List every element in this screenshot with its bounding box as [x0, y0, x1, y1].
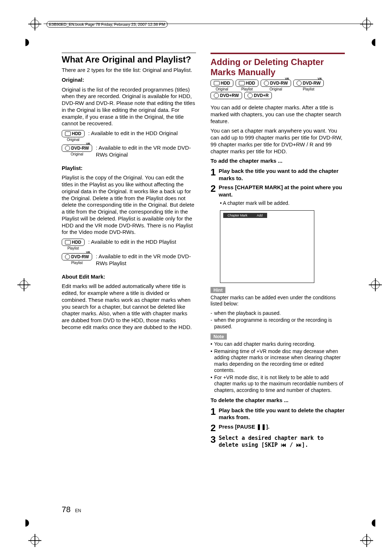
- step-1-delete: 1 Play back the title you want to delete…: [211, 407, 345, 421]
- hdd-playlist-text: : Available to edit in the HDD Playlist: [88, 239, 196, 246]
- hdd-badge: HDD: [211, 80, 233, 87]
- vr-label: VR: [318, 77, 322, 80]
- hdd-badge: HDD: [236, 80, 258, 87]
- disc-badge-row-1: HDD Original HDD Playlist VR DVD-RW Orig…: [211, 80, 345, 91]
- step-3-delete: 3 Select a desired chapter mark to delet…: [211, 435, 345, 449]
- step-text: Press [CHAPTER MARK] at the point where …: [219, 184, 345, 198]
- page-lang: EN: [75, 508, 81, 513]
- registration-mark-ml: [17, 278, 30, 291]
- left-title: What Are Original and Playlist?: [62, 54, 196, 65]
- badge-row-dvdrw-original: VR DVD-RW Original : Available to edit i…: [62, 145, 196, 158]
- vr-label: VR: [86, 142, 90, 145]
- badge-caption-original: Original: [71, 152, 83, 156]
- vr-label: VR: [86, 251, 90, 254]
- step-text: Press [PAUSE ❚❚].: [219, 423, 269, 433]
- corner-mark-bl: [22, 519, 29, 527]
- dvdrw-badge: DVD-RW: [293, 80, 324, 87]
- step-2-delete: 2 Press [PAUSE ❚❚].: [211, 423, 345, 433]
- to-delete-heading: To delete the chapter marks ...: [211, 397, 345, 404]
- badge-caption: Original: [216, 87, 228, 91]
- page-content: What Are Original and Playlist? There ar…: [62, 53, 345, 451]
- dvdrw-playlist-text: : Available to edit in the VR mode DVD-R…: [96, 253, 196, 267]
- hint-label: Hint: [211, 287, 225, 293]
- note-item: Remaining time of +VR mode disc may decr…: [211, 348, 345, 374]
- step-text: Select a desired chapter mark to delete …: [219, 435, 345, 449]
- left-intro: There are 2 types for the title list: Or…: [62, 67, 196, 74]
- step-1-add: 1 Play back the title you want to add th…: [211, 167, 345, 182]
- original-heading: Original:: [62, 77, 196, 84]
- preview-label-1: Chapter Mark: [228, 214, 248, 217]
- file-header-text: E3B90ED_EN.book Page 78 Friday, February…: [46, 21, 168, 28]
- dvdrw-badge: DVD-RW: [261, 80, 291, 87]
- chapter-mark-preview: Chapter Mark Add: [220, 210, 314, 283]
- left-column: What Are Original and Playlist? There ar…: [62, 53, 196, 334]
- dvd-plus-rw-badge: DVD+RW: [211, 92, 242, 99]
- note-item: You can add chapter marks during recordi…: [211, 341, 345, 348]
- corner-mark-br: [372, 519, 379, 527]
- dvdrw-original-text: : Available to edit in the VR mode DVD-R…: [96, 145, 196, 158]
- hint-body: Chapter marks can be added even under th…: [211, 295, 345, 307]
- hdd-badge: HDD: [62, 239, 85, 246]
- badge-row-hdd-playlist: HDD Playlist : Available to edit in the …: [62, 239, 196, 250]
- dvdrw-badge: DVD-RW: [62, 253, 92, 260]
- hint-item: when the playback is paused.: [211, 310, 345, 317]
- hint-list: when the playback is paused. when the pr…: [211, 310, 345, 330]
- badge-caption: Playlist: [241, 87, 253, 91]
- step-number: 2: [211, 423, 216, 433]
- badge-caption: Playlist: [303, 87, 314, 91]
- editmark-heading: About Edit Mark:: [62, 274, 196, 280]
- badge-caption-playlist: Playlist: [71, 261, 83, 265]
- to-add-heading: To add the chapter marks ...: [211, 158, 345, 165]
- right-body1: You can add or delete chapter marks. Aft…: [211, 104, 345, 125]
- page-num: 78: [62, 505, 70, 514]
- step-text: Play back the title you want to delete t…: [219, 407, 345, 421]
- corner-mark-tr: [372, 39, 379, 46]
- note-list: You can add chapter marks during recordi…: [211, 341, 345, 393]
- preview-label-2: Add: [257, 214, 263, 217]
- preview-tab: Chapter Mark Add: [223, 213, 267, 218]
- badge-caption: Original: [270, 87, 282, 91]
- note-label: Note: [211, 333, 227, 340]
- step-2-add: 2 Press [CHAPTER MARK] at the point wher…: [211, 184, 345, 198]
- badge-row-dvdrw-playlist: VR DVD-RW Playlist : Available to edit i…: [62, 253, 196, 267]
- hint-item: when the programme is recording or the r…: [211, 317, 345, 330]
- badge-caption-original: Original: [67, 138, 79, 142]
- dvdrw-badge: DVD-RW: [62, 145, 92, 152]
- registration-mark-bl: [28, 534, 41, 547]
- step-number: 1: [211, 407, 216, 421]
- step-sub: • A chapter mark will be added.: [220, 200, 345, 207]
- badge-row-hdd-original: HDD Original : Available to edit in the …: [62, 130, 196, 142]
- playlist-heading: Playlist:: [62, 165, 196, 172]
- original-body: Original is the list of the recorded pro…: [62, 86, 196, 127]
- playlist-body: Playlist is the copy of the Original. Yo…: [62, 174, 196, 236]
- section-rule: [62, 53, 196, 53]
- dvd-plus-r-badge: DVD+R: [244, 92, 272, 99]
- disc-badge-row-2: DVD+RW DVD+R: [211, 92, 345, 99]
- right-column: Adding or Deleting Chapter Marks Manuall…: [211, 53, 345, 451]
- registration-mark-tr: [360, 17, 373, 31]
- vr-label: VR: [285, 77, 289, 80]
- corner-mark-tl: [22, 39, 29, 46]
- red-rule: [211, 53, 345, 54]
- step-number: 3: [211, 435, 216, 449]
- badge-caption-playlist: Playlist: [68, 246, 79, 250]
- registration-mark-mr: [369, 278, 382, 291]
- step-number: 1: [211, 167, 216, 182]
- right-title: Adding or Deleting Chapter Marks Manuall…: [211, 57, 345, 77]
- registration-mark-tl: [28, 17, 41, 31]
- right-body2: You can set a chapter mark anywhere you …: [211, 127, 345, 155]
- step-number: 2: [211, 184, 216, 198]
- registration-mark-br: [360, 534, 373, 547]
- hdd-original-text: : Available to edit in the HDD Original: [88, 130, 196, 137]
- step-text: Play back the title you want to add the …: [219, 167, 345, 182]
- hdd-badge: HDD: [62, 130, 85, 137]
- page-number: 78 EN: [62, 505, 81, 514]
- editmark-body: Edit marks will be added automatically w…: [62, 283, 196, 331]
- note-item: For +VR mode disc, it is not likely to b…: [211, 374, 345, 394]
